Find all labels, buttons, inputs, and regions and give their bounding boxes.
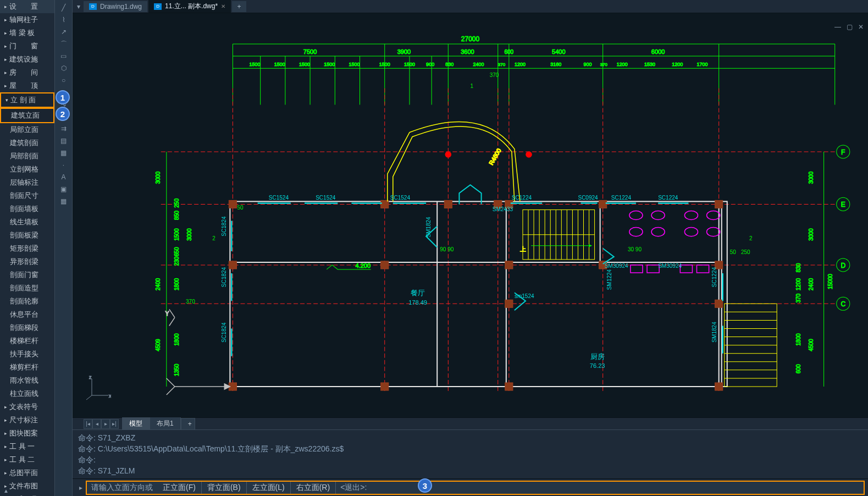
dwg-icon: D: [89, 3, 97, 10]
menu-facilities[interactable]: 建筑设施: [0, 53, 54, 66]
svg-text:餐厅: 餐厅: [411, 289, 425, 297]
menu-line-wallslab[interactable]: 线生墙板: [0, 216, 54, 229]
menu-column-elev-line[interactable]: 柱立面线: [0, 387, 54, 400]
svg-rect-147: [631, 265, 643, 273]
drawing-canvas[interactable]: — ▢ ✕ 27000 7500 3900 3600 600 5400 6000: [73, 13, 868, 417]
tool-line-icon[interactable]: ╱: [57, 2, 70, 13]
menu-wall-beam-slab[interactable]: 墙 梁 板: [0, 26, 54, 40]
menu-partial-section[interactable]: 局部剖面: [0, 150, 54, 163]
cmd-toggle-icon[interactable]: ▸: [76, 484, 86, 492]
menu-section-dim[interactable]: 剖面尺寸: [0, 189, 54, 202]
svg-text:1350: 1350: [174, 363, 180, 376]
tool-polyline-icon[interactable]: ⌇: [57, 14, 70, 25]
svg-point-112: [526, 152, 532, 157]
svg-point-111: [445, 152, 451, 157]
tool-ray-icon[interactable]: ↗: [57, 26, 70, 37]
menu-site-plan[interactable]: 总图平面: [0, 466, 54, 480]
menu-stair-cut-rail[interactable]: 梯剪栏杆: [0, 361, 54, 374]
model-tab[interactable]: 模型: [122, 417, 150, 431]
svg-text:上: 上: [520, 246, 526, 252]
menu-section-outline[interactable]: 剖面轮廓: [0, 295, 54, 308]
document-tabs: ▾ D Drawing1.dwg D 11.立... 副本.dwg* ✕ +: [73, 0, 868, 13]
tool-circle-icon[interactable]: ○: [57, 75, 70, 86]
svg-rect-102: [505, 261, 513, 269]
menu-rain-pipe[interactable]: 雨水管线: [0, 374, 54, 387]
svg-rect-103: [505, 300, 513, 307]
menu-rooms[interactable]: 房 间: [0, 66, 54, 79]
menu-handrail-joint[interactable]: 扶手接头: [0, 348, 54, 361]
layout-tab-bar: ▲ |◂ ◂ ▸ ▸| 模型 布局1 +: [73, 417, 868, 429]
svg-text:C: C: [841, 300, 845, 308]
nav-last-icon[interactable]: ▸|: [110, 419, 119, 429]
tool-rect-icon[interactable]: ▭: [57, 51, 70, 62]
left-menu-sidebar: 设 置 轴网柱子 墙 梁 板 门 窗 建筑设施 房 间 屋 顶 立 剖 面 1 …: [0, 0, 55, 496]
menu-tools-1[interactable]: 工 具 一: [0, 440, 54, 453]
svg-rect-97: [381, 261, 389, 269]
menu-settings[interactable]: 设 置: [0, 0, 54, 13]
cmd-option-back[interactable]: 背立面(B): [202, 482, 247, 494]
menu-building-section[interactable]: 建筑剖面: [0, 136, 54, 150]
svg-text:SM2433: SM2433: [493, 206, 513, 212]
menu-roof[interactable]: 屋 顶: [0, 79, 54, 92]
layout1-tab[interactable]: 布局1: [150, 417, 181, 431]
menu-blocks-patterns[interactable]: 图块图案: [0, 427, 54, 440]
command-input[interactable]: [371, 483, 864, 492]
menu-building-elevation[interactable]: 建筑立面 2: [0, 108, 54, 123]
menu-section-wallslab[interactable]: 剖面墙板: [0, 202, 54, 216]
svg-text:1800: 1800: [174, 278, 180, 291]
tool-layers-icon[interactable]: ▤: [57, 135, 70, 146]
add-layout-button[interactable]: +: [181, 418, 195, 430]
tab-11-copy[interactable]: D 11.立... 副本.dwg* ✕: [148, 0, 231, 13]
menu-section-slabbeam[interactable]: 剖面板梁: [0, 229, 54, 242]
tool-hatch-icon[interactable]: ▦: [57, 147, 70, 158]
menu-doors-windows[interactable]: 门 窗: [0, 40, 54, 53]
svg-text:900: 900: [426, 62, 434, 67]
tab-drawing1[interactable]: D Drawing1.dwg: [84, 1, 147, 12]
svg-text:600: 600: [795, 364, 801, 373]
scroll-left-icon[interactable]: ▲: [3, 488, 9, 494]
menu-stair-railing[interactable]: 楼梯栏杆: [0, 334, 54, 348]
menu-dimensions[interactable]: 尺寸标注: [0, 414, 54, 427]
menu-elevation-section[interactable]: 立 剖 面 1: [0, 92, 54, 108]
svg-text:27000: 27000: [461, 35, 480, 43]
menu-tools-2[interactable]: 工 具 二: [0, 453, 54, 466]
content-area: ▾ D Drawing1.dwg D 11.立... 副本.dwg* ✕ + —…: [73, 0, 868, 496]
svg-text:830: 830: [445, 62, 454, 67]
cmd-exit-option[interactable]: <退出>:: [336, 483, 371, 493]
menu-axis-columns[interactable]: 轴网柱子: [0, 13, 54, 26]
menu-floor-axis-dim[interactable]: 层轴标注: [0, 176, 54, 189]
menu-partial-elevation[interactable]: 局部立面: [0, 123, 54, 136]
cmd-option-right[interactable]: 右立面(R): [291, 482, 336, 494]
menu-text-symbols[interactable]: 文表符号: [0, 400, 54, 414]
svg-text:178.49: 178.49: [408, 299, 427, 306]
svg-rect-110: [715, 383, 723, 390]
tool-table-icon[interactable]: ▦: [57, 196, 70, 207]
nav-first-icon[interactable]: |◂: [84, 419, 92, 429]
menu-section-shape[interactable]: 剖面造型: [0, 282, 54, 295]
tool-point-icon[interactable]: ·: [57, 159, 70, 170]
tool-offset-icon[interactable]: ⇉: [57, 123, 70, 134]
tool-block-icon[interactable]: ▣: [57, 184, 70, 195]
menu-rect-beam[interactable]: 矩形剖梁: [0, 242, 54, 255]
menu-section-grid[interactable]: 立剖网格: [0, 163, 54, 176]
svg-text:850: 850: [174, 211, 180, 220]
cmd-option-left[interactable]: 左立面(L): [247, 482, 291, 494]
svg-text:SC1224: SC1224: [512, 195, 532, 201]
svg-text:7500: 7500: [303, 48, 317, 55]
menu-section-stair[interactable]: 剖面梯段: [0, 321, 54, 334]
cmd-option-front[interactable]: 正立面(F): [157, 482, 202, 494]
new-tab-button[interactable]: +: [232, 1, 246, 12]
svg-text:z: z: [89, 374, 92, 380]
svg-text:3000: 3000: [186, 228, 192, 241]
tool-arc-icon[interactable]: ⌒: [57, 38, 70, 49]
tool-text-icon[interactable]: A: [57, 172, 70, 183]
menu-section-doorwin[interactable]: 剖面门窗: [0, 268, 54, 282]
command-input-box[interactable]: 请输入立面方向或 正立面(F) 背立面(B) 左立面(L) 右立面(R) <退出…: [86, 481, 865, 495]
nav-prev-icon[interactable]: ◂: [92, 419, 101, 429]
tool-polygon-icon[interactable]: ⬡: [57, 63, 70, 74]
close-icon[interactable]: ✕: [221, 3, 225, 9]
nav-next-icon[interactable]: ▸: [101, 419, 110, 429]
menu-rest-platform[interactable]: 休息平台: [0, 308, 54, 321]
svg-text:2400: 2400: [155, 278, 161, 291]
menu-irreg-beam[interactable]: 异形剖梁: [0, 255, 54, 268]
